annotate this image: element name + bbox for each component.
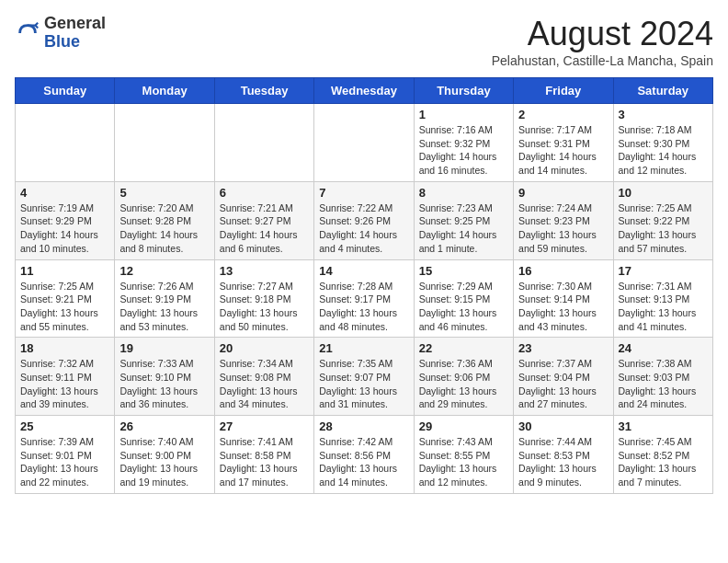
day-number: 19: [119, 341, 209, 355]
day-number: 31: [619, 419, 708, 433]
day-info: Sunrise: 7:17 AM Sunset: 9:31 PM Dayligh…: [518, 123, 608, 178]
day-info: Sunrise: 7:45 AM Sunset: 8:52 PM Dayligh…: [619, 435, 708, 489]
calendar-cell: 30Sunrise: 7:44 AM Sunset: 8:53 PM Dayli…: [514, 416, 613, 494]
logo-icon: [15, 20, 40, 46]
day-number: 8: [419, 186, 508, 200]
day-info: Sunrise: 7:38 AM Sunset: 9:03 PM Dayligh…: [619, 357, 708, 411]
day-info: Sunrise: 7:27 AM Sunset: 9:18 PM Dayligh…: [220, 280, 309, 334]
calendar-cell: 3Sunrise: 7:18 AM Sunset: 9:30 PM Daylig…: [613, 104, 712, 182]
calendar-cell: 28Sunrise: 7:42 AM Sunset: 8:56 PM Dayli…: [314, 416, 414, 494]
day-info: Sunrise: 7:28 AM Sunset: 9:17 PM Dayligh…: [319, 280, 408, 334]
calendar-cell: 8Sunrise: 7:23 AM Sunset: 9:25 PM Daylig…: [414, 181, 513, 259]
calendar-cell: 4Sunrise: 7:19 AM Sunset: 9:29 PM Daylig…: [16, 181, 115, 259]
calendar-cell: 20Sunrise: 7:34 AM Sunset: 9:08 PM Dayli…: [214, 338, 313, 416]
calendar-cell: 14Sunrise: 7:28 AM Sunset: 9:17 PM Dayli…: [314, 259, 414, 338]
day-number: 25: [20, 419, 109, 433]
day-number: 12: [119, 264, 209, 278]
day-number: 11: [20, 264, 109, 278]
day-info: Sunrise: 7:43 AM Sunset: 8:55 PM Dayligh…: [419, 435, 508, 489]
day-number: 5: [119, 186, 209, 200]
day-info: Sunrise: 7:19 AM Sunset: 9:29 PM Dayligh…: [20, 201, 109, 256]
weekday-header-saturday: Saturday: [613, 78, 712, 104]
day-info: Sunrise: 7:37 AM Sunset: 9:04 PM Dayligh…: [518, 357, 608, 411]
day-info: Sunrise: 7:18 AM Sunset: 9:30 PM Dayligh…: [619, 123, 708, 178]
calendar-week-row: 4Sunrise: 7:19 AM Sunset: 9:29 PM Daylig…: [16, 181, 713, 259]
weekday-header-row: SundayMondayTuesdayWednesdayThursdayFrid…: [16, 78, 713, 104]
weekday-header-tuesday: Tuesday: [214, 78, 313, 104]
calendar-cell: 29Sunrise: 7:43 AM Sunset: 8:55 PM Dayli…: [414, 416, 513, 494]
calendar-cell: 23Sunrise: 7:37 AM Sunset: 9:04 PM Dayli…: [514, 338, 613, 416]
weekday-header-monday: Monday: [115, 78, 214, 104]
calendar-cell: [214, 104, 313, 182]
calendar-cell: 10Sunrise: 7:25 AM Sunset: 9:22 PM Dayli…: [613, 181, 712, 259]
calendar-week-row: 18Sunrise: 7:32 AM Sunset: 9:11 PM Dayli…: [16, 338, 713, 416]
day-info: Sunrise: 7:42 AM Sunset: 8:56 PM Dayligh…: [319, 435, 408, 489]
day-number: 18: [20, 341, 109, 355]
day-number: 17: [619, 264, 708, 278]
day-info: Sunrise: 7:33 AM Sunset: 9:10 PM Dayligh…: [119, 357, 209, 411]
calendar-week-row: 11Sunrise: 7:25 AM Sunset: 9:21 PM Dayli…: [16, 259, 713, 338]
calendar-cell: 18Sunrise: 7:32 AM Sunset: 9:11 PM Dayli…: [16, 338, 115, 416]
calendar-cell: 12Sunrise: 7:26 AM Sunset: 9:19 PM Dayli…: [115, 259, 214, 338]
logo: General Blue: [15, 15, 106, 52]
day-info: Sunrise: 7:22 AM Sunset: 9:26 PM Dayligh…: [319, 201, 408, 256]
calendar-cell: 19Sunrise: 7:33 AM Sunset: 9:10 PM Dayli…: [115, 338, 214, 416]
logo-blue-text: Blue: [44, 32, 80, 51]
calendar-cell: 22Sunrise: 7:36 AM Sunset: 9:06 PM Dayli…: [414, 338, 513, 416]
day-info: Sunrise: 7:23 AM Sunset: 9:25 PM Dayligh…: [419, 201, 508, 256]
day-info: Sunrise: 7:32 AM Sunset: 9:11 PM Dayligh…: [20, 357, 109, 411]
day-info: Sunrise: 7:31 AM Sunset: 9:13 PM Dayligh…: [619, 280, 708, 334]
weekday-header-thursday: Thursday: [414, 78, 513, 104]
calendar-cell: 2Sunrise: 7:17 AM Sunset: 9:31 PM Daylig…: [514, 104, 613, 182]
day-info: Sunrise: 7:36 AM Sunset: 9:06 PM Dayligh…: [419, 357, 508, 411]
calendar-cell: 27Sunrise: 7:41 AM Sunset: 8:58 PM Dayli…: [214, 416, 313, 494]
day-number: 23: [518, 341, 608, 355]
calendar-cell: [115, 104, 214, 182]
calendar-cell: 16Sunrise: 7:30 AM Sunset: 9:14 PM Dayli…: [514, 259, 613, 338]
calendar-cell: [314, 104, 414, 182]
calendar-cell: 21Sunrise: 7:35 AM Sunset: 9:07 PM Dayli…: [314, 338, 414, 416]
calendar-cell: 24Sunrise: 7:38 AM Sunset: 9:03 PM Dayli…: [613, 338, 712, 416]
day-info: Sunrise: 7:26 AM Sunset: 9:19 PM Dayligh…: [119, 280, 209, 334]
day-info: Sunrise: 7:20 AM Sunset: 9:28 PM Dayligh…: [119, 201, 209, 256]
page-header: General Blue August 2024 Pelahustan, Cas…: [15, 15, 713, 68]
calendar-cell: 7Sunrise: 7:22 AM Sunset: 9:26 PM Daylig…: [314, 181, 414, 259]
day-info: Sunrise: 7:29 AM Sunset: 9:15 PM Dayligh…: [419, 280, 508, 334]
day-number: 21: [319, 341, 408, 355]
day-number: 20: [220, 341, 309, 355]
weekday-header-sunday: Sunday: [16, 78, 115, 104]
calendar-cell: 26Sunrise: 7:40 AM Sunset: 9:00 PM Dayli…: [115, 416, 214, 494]
day-number: 6: [220, 186, 309, 200]
day-number: 27: [220, 419, 309, 433]
day-number: 10: [619, 186, 708, 200]
day-info: Sunrise: 7:44 AM Sunset: 8:53 PM Dayligh…: [518, 435, 608, 489]
day-info: Sunrise: 7:25 AM Sunset: 9:21 PM Dayligh…: [20, 280, 109, 334]
weekday-header-friday: Friday: [514, 78, 613, 104]
day-number: 14: [319, 264, 408, 278]
day-info: Sunrise: 7:40 AM Sunset: 9:00 PM Dayligh…: [119, 435, 209, 489]
day-number: 28: [319, 419, 408, 433]
calendar-cell: 25Sunrise: 7:39 AM Sunset: 9:01 PM Dayli…: [16, 416, 115, 494]
logo-general-text: General: [44, 14, 106, 32]
calendar-cell: 17Sunrise: 7:31 AM Sunset: 9:13 PM Dayli…: [613, 259, 712, 338]
day-number: 4: [20, 186, 109, 200]
day-number: 2: [518, 108, 608, 121]
day-info: Sunrise: 7:30 AM Sunset: 9:14 PM Dayligh…: [518, 280, 608, 334]
day-number: 16: [518, 264, 608, 278]
calendar-cell: 11Sunrise: 7:25 AM Sunset: 9:21 PM Dayli…: [16, 259, 115, 338]
calendar-subtitle: Pelahustan, Castille-La Mancha, Spain: [492, 53, 713, 68]
calendar-cell: 31Sunrise: 7:45 AM Sunset: 8:52 PM Dayli…: [613, 416, 712, 494]
day-number: 24: [619, 341, 708, 355]
day-info: Sunrise: 7:35 AM Sunset: 9:07 PM Dayligh…: [319, 357, 408, 411]
calendar-title: August 2024: [492, 15, 713, 53]
weekday-header-wednesday: Wednesday: [314, 78, 414, 104]
day-number: 22: [419, 341, 508, 355]
day-number: 3: [619, 108, 708, 121]
day-info: Sunrise: 7:34 AM Sunset: 9:08 PM Dayligh…: [220, 357, 309, 411]
day-info: Sunrise: 7:24 AM Sunset: 9:23 PM Dayligh…: [518, 201, 608, 256]
calendar-week-row: 1Sunrise: 7:16 AM Sunset: 9:32 PM Daylig…: [16, 104, 713, 182]
day-number: 29: [419, 419, 508, 433]
day-number: 9: [518, 186, 608, 200]
calendar-week-row: 25Sunrise: 7:39 AM Sunset: 9:01 PM Dayli…: [16, 416, 713, 494]
calendar-cell: 6Sunrise: 7:21 AM Sunset: 9:27 PM Daylig…: [214, 181, 313, 259]
